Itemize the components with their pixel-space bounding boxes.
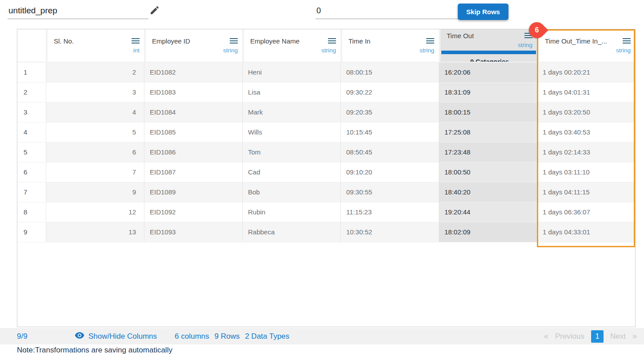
employee-id-cell: EID1084 — [144, 103, 242, 122]
employee-name-cell: Tom — [242, 142, 340, 162]
summary-counts: 6 columns 9 Rows 2 Data Types — [175, 332, 289, 341]
column-title: Employee ID — [152, 37, 190, 45]
category-distribution-bar — [441, 51, 536, 54]
row-number-cell: 8 — [17, 202, 46, 222]
skip-rows-button[interactable]: Skip Rows — [458, 4, 508, 20]
row-number-cell: 3 — [17, 103, 46, 122]
columns-count[interactable]: 6 columns — [175, 332, 209, 341]
data-types-count[interactable]: 2 Data Types — [245, 332, 289, 341]
column-title: Time Out_Time In_... — [545, 37, 607, 45]
column-type-label: int — [54, 47, 140, 54]
employee-id-cell: EID1083 — [144, 83, 242, 102]
sl-no-cell: 7 — [46, 162, 144, 182]
employee-name-cell: Rabbeca — [242, 222, 340, 242]
column-menu-icon[interactable] — [230, 38, 238, 46]
categories-count-label: 9 Catagories — [447, 58, 532, 62]
row-number-cell: 4 — [17, 123, 46, 142]
time-in-cell: 08:50:45 — [340, 142, 439, 162]
table-row: 45EID1085Wills10:15:4517:25:081 days 03:… — [17, 123, 635, 142]
step-badge-number: 6 — [529, 22, 545, 38]
column-header-time-out[interactable]: Time Out string 9 Catagories — [439, 29, 537, 62]
row-number-cell: 1 — [17, 63, 46, 82]
table-body: 12EID1082Heni08:00:1516:20:061 days 00:2… — [17, 63, 635, 242]
row-number-cell: 2 — [17, 83, 46, 102]
show-hide-columns-label: Show/Hide Columns — [88, 332, 157, 341]
column-title: Sl. No. — [54, 37, 74, 45]
sl-no-cell: 13 — [46, 222, 144, 242]
eye-icon — [75, 332, 84, 341]
table-row: 12EID1082Heni08:00:1516:20:061 days 00:2… — [17, 63, 635, 83]
time-in-cell: 11:15:23 — [340, 202, 439, 222]
column-type-label: string — [447, 42, 532, 48]
sl-no-cell: 5 — [46, 123, 144, 142]
time-out-cell: 19:20:44 — [439, 202, 537, 222]
column-title: Time In — [348, 37, 370, 45]
column-menu-icon[interactable] — [426, 38, 434, 46]
row-number-cell: 6 — [17, 162, 46, 182]
employee-name-cell: Wills — [242, 123, 340, 142]
current-page-button[interactable]: 1 — [591, 330, 604, 343]
employee-id-cell: EID1087 — [144, 162, 242, 182]
column-type-label: string — [152, 47, 238, 54]
step-badge-pin: 6 — [526, 19, 548, 42]
sl-no-cell: 9 — [46, 182, 144, 202]
table-row: 812EID1092Rubin11:15:2319:20:441 days 06… — [17, 202, 635, 222]
column-type-label: string — [250, 47, 336, 54]
time-diff-cell: 1 days 04:01:31 — [537, 83, 635, 102]
time-in-cell: 08:00:15 — [340, 63, 439, 82]
column-header-time-in[interactable]: Time In string — [340, 29, 439, 62]
column-menu-icon[interactable] — [328, 38, 336, 46]
employee-name-cell: Lisa — [242, 83, 340, 102]
time-in-cell: 09:10:20 — [340, 162, 439, 182]
time-diff-cell: 1 days 00:20:21 — [537, 63, 635, 82]
column-header-time-out-time-in[interactable]: Time Out_Time In_... string — [537, 29, 635, 62]
table-row: 913EID1093Rabbeca10:30:5218:02:091 days … — [17, 222, 635, 242]
sl-no-cell: 4 — [46, 103, 144, 122]
footer-bar: 9/9 Show/Hide Columns 6 columns 9 Rows 2… — [0, 328, 644, 344]
time-diff-cell: 1 days 03:20:50 — [537, 103, 635, 122]
employee-id-cell: EID1093 — [144, 222, 242, 242]
time-out-cell: 18:40:20 — [439, 182, 537, 202]
employee-name-cell: Mark — [242, 103, 340, 122]
time-out-cell: 17:25:08 — [439, 123, 537, 142]
rows-count[interactable]: 9 Rows — [215, 332, 240, 341]
last-page-arrow[interactable]: » — [632, 332, 637, 341]
employee-name-cell: Cad — [242, 162, 340, 182]
prep-name-input[interactable] — [8, 3, 148, 19]
employee-id-cell: EID1082 — [144, 63, 242, 82]
table-row: 56EID1086Tom08:50:4517:23:481 days 02:14… — [17, 142, 635, 162]
show-hide-columns-button[interactable]: Show/Hide Columns — [75, 332, 157, 341]
sl-no-cell: 3 — [46, 83, 144, 102]
row-number-cell: 7 — [17, 182, 46, 202]
next-page-button[interactable]: Next — [610, 332, 626, 341]
row-number-cell: 9 — [17, 222, 46, 242]
time-out-cell: 17:23:48 — [439, 142, 537, 162]
column-menu-icon[interactable] — [132, 38, 140, 46]
previous-page-button[interactable]: Previous — [555, 332, 584, 341]
time-out-cell: 16:20:06 — [439, 63, 537, 82]
time-out-cell: 18:00:50 — [439, 162, 537, 182]
row-number-cell: 5 — [17, 142, 46, 162]
edit-pencil-icon[interactable] — [149, 5, 160, 16]
time-diff-cell: 1 days 03:40:53 — [537, 123, 635, 142]
column-header-sl-no[interactable]: Sl. No. int — [46, 29, 144, 62]
autosave-note: Note:Transformations are saving automati… — [17, 346, 172, 355]
row-range-label: 9/9 — [17, 332, 43, 341]
employee-name-cell: Heni — [242, 63, 340, 82]
table-row: 79EID1089Bob09:30:5518:40:201 days 04:11… — [17, 182, 635, 202]
skip-rows-input[interactable] — [316, 3, 459, 19]
time-out-cell: 18:00:15 — [439, 103, 537, 122]
sl-no-cell: 2 — [46, 63, 144, 82]
sl-no-cell: 12 — [46, 202, 144, 222]
time-diff-cell: 1 days 04:11:15 — [537, 182, 635, 202]
employee-id-cell: EID1086 — [144, 142, 242, 162]
column-header-employee-name[interactable]: Employee Name string — [242, 29, 340, 62]
first-page-arrow[interactable]: « — [544, 332, 548, 341]
time-diff-cell: 1 days 06:36:07 — [537, 202, 635, 222]
employee-name-cell: Rubin — [242, 202, 340, 222]
sl-no-cell: 6 — [46, 142, 144, 162]
time-in-cell: 10:15:45 — [340, 123, 439, 142]
column-header-employee-id[interactable]: Employee ID string — [144, 29, 242, 62]
time-in-cell: 10:30:52 — [340, 222, 439, 242]
column-menu-icon[interactable] — [623, 38, 631, 46]
